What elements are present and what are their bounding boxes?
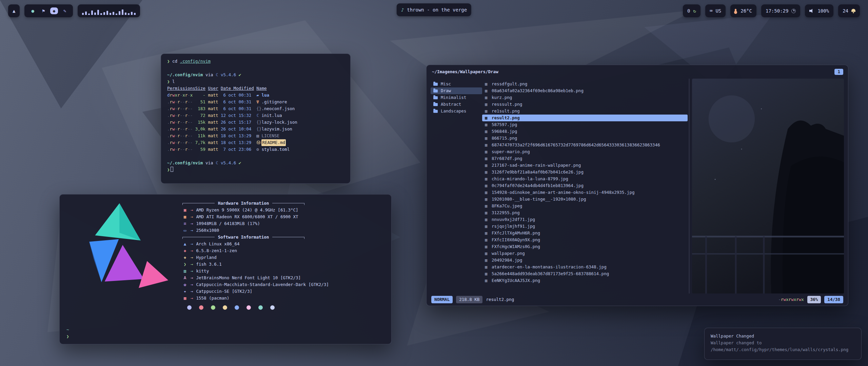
file-row[interactable]: ▦FXfcJlTXgAMvH6R.png — [482, 230, 688, 237]
file-manager-window[interactable]: ~/Imagenes/Wallpapers/Draw 1 MiscDrawMin… — [426, 65, 848, 306]
image-file-icon: ▦ — [485, 270, 492, 277]
file-row[interactable]: ▦rsjqojlmjhf91.jpg — [482, 223, 688, 230]
graph-bar — [131, 12, 133, 15]
folder-icon — [433, 103, 438, 106]
file-row[interactable]: ▦3126f7e9bbf21a8a4af0b67b041c6e26.jpg — [482, 169, 688, 176]
file-row[interactable]: ▦5a266e448add93deab367d87173e9f25-683788… — [482, 270, 688, 277]
file-row[interactable]: ▦kurz.png — [482, 94, 688, 101]
volume-module[interactable]: 100% — [805, 4, 833, 17]
size-cell: 7,7k — [195, 139, 205, 146]
file-row[interactable]: ▦FXfcHgcWIAMzs0G.png — [482, 243, 688, 250]
file-row[interactable]: ▦EeNKYgIUcAAJ5JX.png — [482, 277, 688, 284]
user-cell: matt — [208, 112, 218, 119]
file-row[interactable]: ▦866715.png — [482, 135, 688, 142]
file-row[interactable]: ▦3122955.png — [482, 209, 688, 216]
kernel-icon: ◈ — [182, 247, 188, 254]
file-row[interactable]: ▦ressdfgult.png — [482, 81, 688, 87]
file-row[interactable]: ▦8FKa7Cu.jpeg — [482, 203, 688, 209]
file-name: 20492984.jpg — [492, 257, 522, 264]
folder-icon — [433, 110, 438, 113]
system-graph-module[interactable] — [78, 4, 140, 17]
filetype-icon: {} — [256, 126, 261, 133]
file-name: FXfcJlTXgAMvH6R.png — [492, 230, 540, 237]
file-row[interactable]: ▦re1sult.png — [482, 108, 688, 115]
packages-icon: ▩ — [182, 295, 188, 302]
workspace-4-button[interactable]: ✎ — [61, 7, 68, 14]
sidebar-item-landscapes[interactable]: Landscapes — [431, 108, 482, 115]
weather-module[interactable]: 26°C — [730, 4, 756, 17]
file-row[interactable]: ▦154928-odinokoe_anime-art-anime-okno-si… — [482, 189, 688, 196]
file-row[interactable]: ▦resssult.png — [482, 101, 688, 108]
clock-module[interactable]: 17:50:29 — [761, 4, 800, 17]
date-cell: 18 oct 13:29 — [221, 139, 254, 146]
file-name: 596848.jpg — [492, 128, 517, 135]
image-file-icon: ▦ — [485, 128, 492, 135]
cpu-row: ▣→AMD Ryzen 9 5900X (24) @ 4.9GHz [61.3°… — [182, 207, 384, 214]
filename-cell: LICENSE — [261, 133, 279, 139]
file-row[interactable]: ▦08a634fa02a32364f69ebc86a98eb1eb.png — [482, 87, 688, 94]
font-row: A→JetBrainsMono Nerd Font Light 10 [GTK2… — [182, 274, 384, 281]
file-row[interactable]: ▦super-mario.png — [482, 148, 688, 155]
sidebar-item-abstract[interactable]: Abstract — [431, 101, 482, 108]
workspace-2-button[interactable]: ⚑ — [40, 7, 47, 14]
notifications-icon — [851, 9, 855, 13]
updates-module[interactable]: 0↻ — [683, 4, 701, 17]
terminal-window[interactable]: ❯ cd .config/nvim ~/.config/nvim via ☾ v… — [161, 54, 351, 184]
keyboard-module[interactable]: ⌨US — [705, 4, 726, 17]
shell-row: ❯→fish 3.6.1 — [182, 261, 384, 268]
file-row[interactable]: ▦chica-mirando-la-luna-8799.jpg — [482, 176, 688, 182]
size-cell: 15k — [195, 119, 205, 126]
blank-line — [167, 153, 344, 160]
sidebar-item-label: Abstract — [441, 101, 461, 108]
file-manager-panels: MiscDrawMinimalistAbstractLandscapes ▦re… — [431, 79, 844, 293]
filename-cell: .gitignore — [261, 99, 287, 105]
date-cell: 26 oct 15:17 — [221, 119, 254, 126]
arrow-icon: → — [191, 247, 193, 254]
display-icon: ▭ — [182, 227, 188, 234]
file-name: 866715.png — [492, 135, 517, 142]
now-playing-module[interactable]: ♪ thrown - on the verge — [397, 3, 471, 16]
workspace-3-button[interactable]: ◆ — [50, 7, 58, 14]
breadcrumb-path: ~/Imagenes/Wallpapers/Draw — [432, 68, 498, 75]
size-cell: 72 — [195, 112, 205, 119]
file-row[interactable]: ▦atardecer-en-la-montanas-ilustracion-63… — [482, 264, 688, 270]
tab-indicator[interactable]: 1 — [834, 69, 843, 75]
palette-dot — [199, 305, 203, 310]
launcher-button[interactable]: ▲ — [8, 4, 20, 17]
arrow-icon: → — [191, 220, 193, 227]
notification-popup[interactable]: Wallpaper Changed Wallpaper changed to /… — [704, 328, 862, 360]
graph-bar — [94, 13, 96, 15]
prompt-path: ~/.config/nvim — [167, 160, 203, 165]
sidebar-item-misc[interactable]: Misc — [431, 81, 482, 87]
file-row[interactable]: ▦wallpaper.png — [482, 250, 688, 257]
image-preview-panel — [692, 79, 844, 293]
file-row[interactable]: ▦FXfcII0X0AQyn9X.png — [482, 237, 688, 243]
kernel-value: 6.5.8-zen1-1-zen — [196, 247, 237, 254]
graph-bar — [100, 13, 102, 15]
file-row[interactable]: ▦217167-sad-anime-rain-wallpaper.png — [482, 162, 688, 169]
file-row[interactable]: ▦0c794faf07de24a4db4d4fb1eb813964.jpg — [482, 182, 688, 189]
file-row[interactable]: ▦19201080-__blue-tinge__-1920×1080.jpg — [482, 196, 688, 203]
file-row[interactable]: ▦20492984.jpg — [482, 257, 688, 264]
prompt-char: ❯ — [167, 167, 170, 172]
filename-cell: stylua.toml — [261, 146, 290, 153]
file-row[interactable]: ▦596848.jpg — [482, 128, 688, 135]
image-file-icon: ▦ — [485, 108, 492, 115]
hardware-section-header: Hardware Information — [182, 200, 304, 207]
sidebar-item-draw[interactable]: Draw — [431, 87, 482, 94]
notifications-module[interactable]: 24 — [838, 4, 860, 17]
file-row[interactable]: ▦587597.jpg — [482, 121, 688, 128]
file-row[interactable]: ▦result2.png — [482, 115, 688, 121]
file-row[interactable]: ▦nnvuv0xj2df71.jpg — [482, 216, 688, 223]
file-row[interactable]: ▦68747470733a2f2f696d616765732d7769786d6… — [482, 142, 688, 148]
palette-dot — [223, 305, 227, 310]
fetch-terminal-window[interactable]: Hardware Information ▣→AMD Ryzen 9 5900X… — [59, 194, 392, 344]
sidebar-item-minimalist[interactable]: Minimalist — [431, 94, 482, 101]
workspace-1-button[interactable]: ● — [29, 7, 36, 14]
shell-icon: ❯ — [182, 261, 188, 268]
file-name: FXfcII0X0AQyn9X.png — [492, 237, 540, 243]
file-row[interactable]: ▦87r687df.png — [482, 155, 688, 162]
image-file-icon: ▦ — [485, 250, 492, 257]
file-name: chica-mirando-la-luna-8799.jpg — [492, 176, 568, 182]
prompt-context-line: ~/.config/nvim via ☾ v5.4.6 ✔ — [167, 72, 344, 78]
